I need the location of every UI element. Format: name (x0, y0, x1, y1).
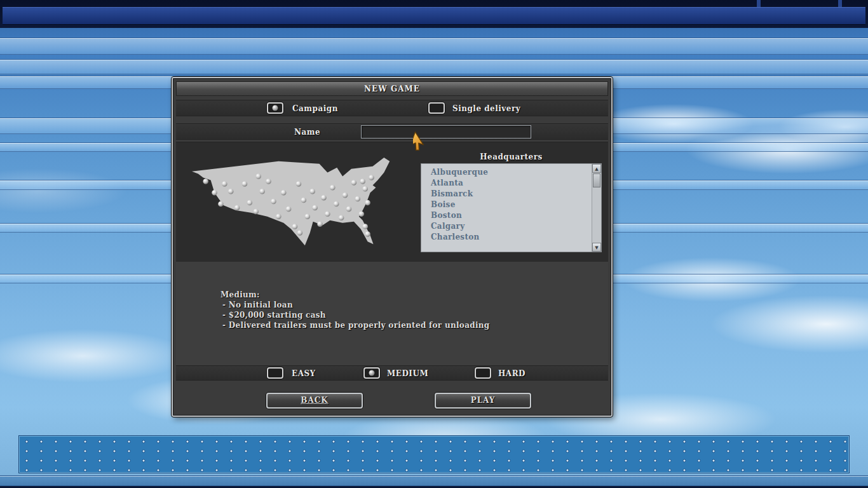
background-stripe (0, 59, 868, 74)
top-bar (0, 0, 868, 28)
scrollbar-down-button[interactable]: ▼ (592, 243, 601, 252)
difficulty-row: EASY MEDIUM HARD (176, 365, 608, 381)
headquarters-list: AlbuquerqueAtlantaBismarckBoiseBostonCal… (421, 163, 602, 252)
usa-map (184, 152, 408, 258)
background-stripe (0, 475, 868, 486)
campaign-label: Campaign (292, 103, 338, 114)
difficulty-description-text: Medium: - No initial loan- $20,000 start… (220, 290, 489, 330)
headquarters-label: Headquarters (421, 151, 602, 163)
difficulty-description-line: - No initial loan (222, 300, 489, 310)
easy-checkbox[interactable] (267, 367, 283, 379)
headquarters-list-item[interactable]: Charleston (421, 232, 592, 243)
headquarters-list-item[interactable]: Bismarck (421, 189, 592, 200)
medium-checkbox[interactable] (363, 367, 380, 379)
headquarters-list-item[interactable]: Boston (421, 210, 592, 221)
difficulty-description-line: - Delivered trailers must be properly or… (222, 320, 489, 330)
back-button-label: BACK (301, 396, 328, 405)
headquarters-list-item[interactable]: Calgary (421, 221, 592, 232)
name-label: Name (294, 126, 320, 138)
headquarters-list-item[interactable]: Boise (421, 200, 592, 210)
single-delivery-checkbox[interactable] (428, 102, 445, 114)
campaign-checkbox[interactable] (267, 102, 283, 114)
up-arrow-icon: ▲ (595, 166, 598, 172)
difficulty-description: Medium: - No initial loan- $20,000 start… (176, 262, 608, 365)
mode-row: Campaign Single delivery (176, 100, 608, 116)
single-delivery-label: Single delivery (452, 103, 520, 114)
top-bar-divider (757, 0, 761, 7)
difficulty-description-lines: - No initial loan- $20,000 starting cash… (220, 300, 489, 330)
dialog-title: NEW GAME (364, 85, 420, 93)
name-input[interactable] (361, 125, 531, 139)
bottom-dotted-panel (19, 436, 849, 473)
medium-label: MEDIUM (387, 368, 428, 379)
background-stripe (0, 37, 868, 55)
hard-checkbox[interactable] (475, 367, 491, 379)
difficulty-description-title: Medium: (220, 290, 489, 300)
play-button-label: PLAY (471, 396, 496, 405)
mouse-cursor (413, 131, 433, 152)
back-button[interactable]: BACK (266, 393, 363, 409)
top-bar-divider (838, 0, 842, 7)
scrollbar-thumb[interactable] (593, 173, 600, 187)
headquarters-list-items: AlbuquerqueAtlantaBismarckBoiseBostonCal… (421, 167, 592, 250)
play-button[interactable]: PLAY (435, 393, 531, 409)
hard-label: HARD (498, 368, 526, 379)
headquarters-list-item[interactable]: Atlanta (421, 178, 592, 189)
scrollbar-up-button[interactable]: ▲ (592, 164, 601, 173)
headquarters-scrollbar: ▲ ▼ (592, 164, 601, 252)
difficulty-description-line: - $20,000 starting cash (222, 310, 489, 320)
map-section: Headquarters AlbuquerqueAtlantaBismarckB… (176, 142, 608, 262)
name-row: Name (176, 123, 608, 140)
down-arrow-icon: ▼ (595, 245, 598, 250)
dialog-title-bar: NEW GAME (176, 81, 608, 96)
easy-label: EASY (292, 368, 316, 379)
top-bar-panel (3, 7, 865, 25)
new-game-dialog: NEW GAME Campaign Single delivery Name H… (172, 77, 613, 417)
headquarters-list-item[interactable]: Albuquerque (421, 167, 592, 178)
